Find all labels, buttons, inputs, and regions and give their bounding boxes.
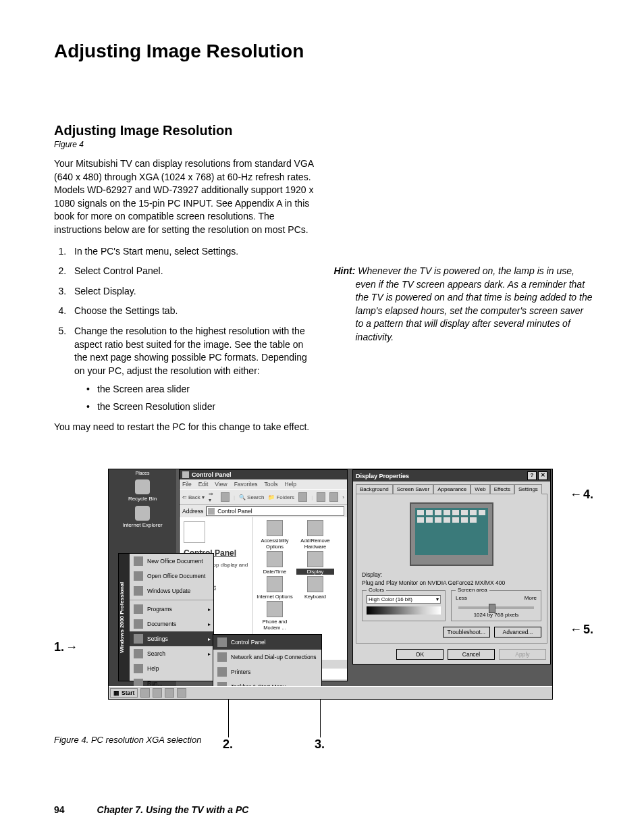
start-button[interactable]: ▦Start (110, 688, 138, 698)
tab-appearance[interactable]: Appearance (433, 484, 471, 494)
window-title: Control Panel (192, 471, 232, 478)
desktop-icon-ie[interactable]: Internet Explorer (109, 502, 176, 528)
two-column-layout: Adjusting Image Resolution Figure 4 Your… (54, 123, 593, 442)
figure-wrapper: 1. 2. 3. 4. 5. Places Recycle Bin Intern… (54, 469, 593, 745)
more-label: More (525, 595, 537, 601)
tab-background[interactable]: Background (356, 484, 393, 494)
tab-web[interactable]: Web (471, 484, 489, 494)
advanced-button[interactable]: Advanced... (494, 627, 541, 637)
recycle-bin-icon (135, 479, 150, 494)
document-icon (134, 571, 143, 581)
accessibility-icon (267, 520, 283, 536)
sm-programs[interactable]: Programs▸ (130, 602, 213, 617)
cancel-button[interactable]: Cancel (448, 649, 495, 660)
control-panel-icon (217, 637, 227, 647)
tab-settings[interactable]: Settings (514, 484, 542, 494)
cp-icon-datetime[interactable]: Date/Time (256, 551, 294, 575)
start-menu-stripe: Windows 2000 Professional (119, 554, 130, 681)
dp-settings-row: Colors High Color (16 bit)▾ Screen area … (362, 590, 541, 621)
cp-icon-keyboard[interactable]: Keyboard (296, 576, 334, 600)
back-button[interactable]: ⇐ Back ▾ (182, 494, 205, 500)
colors-combo[interactable]: High Color (16 bit)▾ (367, 595, 441, 604)
forward-button[interactable]: ⇒ ▾ (209, 491, 217, 503)
window-icon (182, 471, 189, 478)
cp-titlebar: Control Panel (180, 470, 347, 479)
dp-dialog-buttons: OK Cancel Apply (353, 649, 550, 664)
sub-item: the Screen Resolution slider (86, 400, 314, 414)
toolbar-icon[interactable] (329, 492, 338, 502)
folders-button[interactable]: 📁 Folders (268, 494, 294, 500)
dp-titlebar: Display Properties ? ✕ (353, 470, 550, 481)
toolbar-icon[interactable] (317, 492, 325, 502)
address-label: Address (182, 508, 203, 515)
sm-new-office[interactable]: New Office Document (130, 554, 213, 569)
menu-favorites[interactable]: Favorites (234, 481, 258, 488)
desktop-label: Places (109, 469, 176, 475)
tab-screensaver[interactable]: Screen Saver (393, 484, 433, 494)
help-button[interactable]: ? (527, 471, 537, 480)
menu-file[interactable]: File (182, 481, 192, 488)
display-icon (307, 551, 323, 567)
menu-view[interactable]: View (215, 481, 227, 488)
callout-4: 4. (570, 488, 593, 502)
separator (130, 600, 213, 600)
search-icon (134, 649, 143, 658)
troubleshoot-button[interactable]: Troubleshoot... (443, 627, 490, 637)
intro-paragraph: Your Mitsubishi TV can display resolutio… (54, 157, 314, 237)
colors-legend: Colors (367, 587, 386, 593)
menu-tools[interactable]: Tools (265, 481, 278, 488)
tray-icon[interactable] (153, 688, 162, 698)
sm-search[interactable]: Search▸ (130, 646, 213, 661)
submenu-printers[interactable]: Printers (213, 664, 321, 679)
monitor-screen (415, 508, 488, 555)
up-icon[interactable] (221, 492, 230, 502)
step-item: Change the resolution to the highest res… (69, 325, 314, 414)
sm-settings[interactable]: Settings▸ (130, 631, 213, 646)
tab-effects[interactable]: Effects (490, 484, 514, 494)
apply-button[interactable]: Apply (499, 649, 546, 660)
section-heading: Adjusting Image Resolution (54, 123, 314, 138)
callout-1: 1. (54, 640, 78, 654)
sm-help[interactable]: Help (130, 661, 213, 676)
dp-tab-body: Display: Plug and Play Monitor on NVIDIA… (356, 494, 547, 644)
cp-icon-accessibility[interactable]: Accessibility Options (256, 520, 294, 550)
address-value: Control Panel (217, 508, 252, 515)
settings-icon (134, 634, 143, 644)
search-button[interactable]: 🔍 Search (239, 494, 264, 500)
cp-icon-phone[interactable]: Phone and Modem ... (256, 601, 294, 631)
address-field[interactable]: Control Panel (206, 506, 344, 516)
address-bar: Address Control Panel (180, 505, 347, 517)
cp-icon-internet[interactable]: Internet Options (256, 576, 294, 600)
cp-icon-addremove[interactable]: Add/Remove Hardware (296, 520, 334, 550)
page-title: Adjusting Image Resolution (54, 41, 593, 62)
submenu-network[interactable]: Network and Dial-up Connections (213, 650, 321, 664)
tray-icon[interactable] (165, 688, 174, 698)
step-text: Change the resolution to the highest res… (74, 325, 307, 376)
document-icon (134, 556, 143, 566)
page-number: 94 (54, 804, 65, 815)
sm-documents[interactable]: Documents▸ (130, 617, 213, 631)
sm-windows-update[interactable]: Windows Update (130, 583, 213, 598)
resolution-slider[interactable] (458, 606, 534, 609)
menu-edit[interactable]: Edit (198, 481, 209, 488)
submenu-control-panel[interactable]: Control Panel (213, 635, 321, 650)
network-icon (217, 652, 227, 662)
start-menu-items: New Office Document Open Office Document… (130, 554, 213, 681)
desktop-icon-recycle[interactable]: Recycle Bin (109, 475, 176, 502)
programs-icon (134, 604, 143, 614)
outro-paragraph: You may need to restart the PC for this … (54, 421, 314, 434)
sub-bullets: the Screen area slider the Screen Resolu… (74, 383, 314, 413)
sm-open-office[interactable]: Open Office Document (130, 569, 213, 583)
dp-tabs: Background Screen Saver Appearance Web E… (353, 481, 550, 494)
ok-button[interactable]: OK (396, 649, 444, 660)
left-column: Adjusting Image Resolution Figure 4 Your… (54, 123, 314, 442)
slider-thumb[interactable] (489, 604, 495, 613)
display-value: Plug and Play Monitor on NVIDIA GeForce2… (362, 579, 541, 586)
close-button[interactable]: ✕ (538, 471, 547, 480)
tray-icon[interactable] (177, 688, 186, 698)
history-icon[interactable] (298, 492, 307, 502)
tray-icon[interactable] (140, 688, 150, 698)
cp-icon-display[interactable]: Display (296, 551, 334, 575)
menu-help[interactable]: Help (284, 481, 296, 488)
printers-icon (217, 667, 227, 677)
